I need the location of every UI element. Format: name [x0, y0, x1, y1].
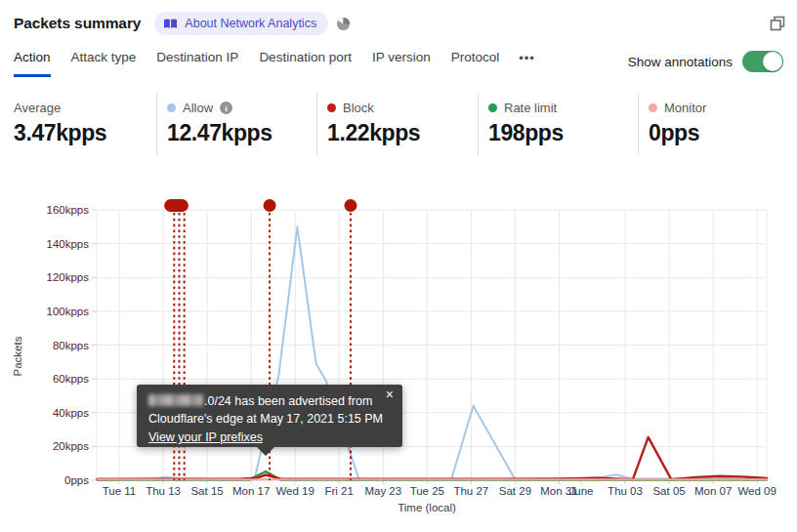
stat-value: 12.47kpps	[167, 120, 316, 146]
stat-label-row: Monitor	[649, 101, 797, 115]
x-tick-label: Thu 03	[608, 485, 643, 497]
stats-row: Average3.47kppsAllowi12.47kppsBlock1.22k…	[0, 93, 797, 155]
redacted-ip-prefix	[148, 394, 203, 406]
stat-card-block: Block1.22kpps	[316, 93, 478, 155]
x-tick-label: Wed 09	[737, 485, 776, 497]
y-tick-label: 160kpps	[47, 204, 90, 216]
stat-label-row: Allowi	[167, 101, 316, 115]
stat-card-rate-limit: Rate limit198pps	[478, 93, 638, 155]
info-icon[interactable]: i	[220, 102, 232, 114]
stat-label: Rate limit	[504, 101, 557, 115]
y-axis-title: Packets	[12, 336, 23, 376]
tab-destination-ip[interactable]: Destination IP	[156, 50, 238, 77]
y-tick-label: 120kpps	[47, 271, 90, 283]
stat-value: 0pps	[649, 120, 797, 146]
x-tick-label: Thu 27	[453, 485, 488, 497]
y-tick-label: 80kpps	[53, 340, 89, 351]
y-tick-label: 40kpps	[53, 407, 89, 419]
tab-protocol[interactable]: Protocol	[451, 50, 500, 77]
tab-attack-type[interactable]: Attack type	[71, 50, 137, 77]
book-icon	[163, 18, 178, 30]
tooltip-line2: Cloudflare's edge at May 17, 2021 5:15 P…	[148, 410, 391, 428]
x-tick-label: June	[569, 485, 594, 497]
y-tick-label: 20kpps	[53, 440, 89, 452]
stat-label: Monitor	[664, 101, 706, 115]
x-tick-label: Sat 05	[652, 485, 685, 497]
show-annotations-toggle[interactable]	[742, 51, 783, 72]
y-tick-label: 100kpps	[47, 306, 90, 317]
x-tick-label: Wed 19	[275, 485, 314, 497]
toggle-knob	[763, 52, 782, 71]
allow-legend-dot	[167, 103, 176, 112]
stat-label: Allow	[183, 101, 213, 115]
y-tick-label: 0pps	[64, 474, 89, 486]
tab-bar: ActionAttack typeDestination IPDestinati…	[14, 50, 783, 77]
annotation-tooltip: × .0/24 has been advertised from Cloudfl…	[137, 385, 402, 447]
tooltip-pointer	[256, 446, 275, 456]
stat-value: 1.22kpps	[327, 120, 478, 146]
annotations-toggle-group: Show annotations	[628, 50, 783, 72]
stat-label-row: Rate limit	[488, 101, 638, 115]
header: Packets summary About Network Analytics	[14, 10, 785, 37]
stat-label-row: Block	[327, 101, 478, 115]
x-tick-label: Tue 25	[410, 485, 444, 497]
tooltip-line1: .0/24 has been advertised from	[148, 392, 391, 410]
x-tick-label: Mon 17	[232, 485, 270, 497]
network-analytics-panel: Packets summary About Network Analytics …	[0, 0, 797, 532]
tab-action[interactable]: Action	[14, 50, 51, 77]
about-badge-label: About Network Analytics	[185, 17, 316, 30]
pie-icon[interactable]	[336, 17, 351, 31]
view-ip-prefixes-link[interactable]: View your IP prefixes	[148, 429, 263, 446]
stat-value: 3.47kpps	[14, 120, 156, 146]
x-tick-label: Mon 07	[694, 485, 732, 497]
tab-destination-port[interactable]: Destination port	[259, 50, 352, 77]
page-title: Packets summary	[14, 15, 141, 32]
rate-limit-legend-dot	[488, 103, 497, 112]
x-tick-label: Tue 11	[103, 485, 137, 497]
stat-card-allow: Allowi12.47kpps	[156, 93, 316, 155]
tab-ip-version[interactable]: IP version	[372, 50, 431, 77]
annotation-marker-dot[interactable]	[344, 199, 357, 212]
annotation-marker-pill[interactable]	[164, 199, 189, 212]
stat-card-monitor: Monitor0pps	[638, 93, 797, 155]
stat-label: Block	[343, 101, 374, 115]
stat-value: 198pps	[488, 120, 638, 146]
y-tick-label: 140kpps	[47, 238, 90, 250]
more-tabs-button[interactable]: •••	[519, 50, 535, 65]
x-tick-label: May 23	[364, 485, 401, 497]
x-tick-label: Sat 29	[499, 485, 531, 497]
x-axis-title: Time (local)	[398, 502, 456, 513]
monitor-legend-dot	[649, 103, 657, 112]
tooltip-close-button[interactable]: ×	[386, 388, 394, 401]
stat-card-average: Average3.47kpps	[0, 93, 156, 155]
duplicate-icon[interactable]	[770, 16, 785, 31]
about-network-analytics-link[interactable]: About Network Analytics	[154, 12, 328, 35]
show-annotations-label: Show annotations	[628, 55, 733, 69]
annotation-marker-dot[interactable]	[264, 199, 276, 212]
stat-label-row: Average	[14, 101, 156, 115]
block-legend-dot	[327, 103, 336, 112]
x-tick-label: Sat 15	[190, 485, 223, 497]
chart-area: 0pps20kpps40kpps60kpps80kpps100kpps120kp…	[0, 185, 797, 532]
y-tick-label: 60kpps	[53, 373, 89, 385]
stat-label: Average	[14, 101, 61, 115]
packets-chart: 0pps20kpps40kpps60kpps80kpps100kpps120kp…	[0, 185, 797, 532]
x-tick-label: Fri 21	[325, 485, 354, 497]
x-tick-label: Thu 13	[146, 485, 181, 497]
tabs: ActionAttack typeDestination IPDestinati…	[14, 50, 499, 77]
